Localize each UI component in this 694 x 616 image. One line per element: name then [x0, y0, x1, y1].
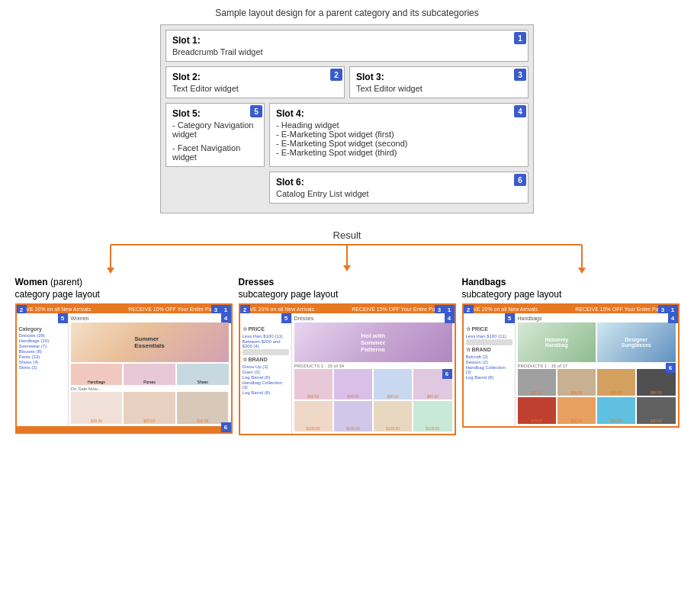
diagram-section: Sample layout design for a parent catego… — [0, 0, 694, 217]
women-products-grid: $28.00 $65.00 $32.00 — [71, 392, 229, 424]
slot2-title: Slot 2: — [172, 72, 338, 82]
slot3-title: Slot 3: — [356, 72, 522, 82]
dresses-brand-5: Log Barrel (8) — [243, 390, 289, 395]
women-page-title: Women (parent) category page layout — [15, 277, 100, 300]
slot5-content: Category Navigation widget Facet Navigat… — [172, 120, 258, 162]
dresses-brand-2: Glam (2) — [243, 370, 289, 374]
dresses-price-slider — [243, 349, 289, 355]
dresses-badge-6: 6 — [442, 369, 452, 379]
pages-row: Women (parent) category page layout SAVE… — [0, 277, 694, 435]
dresses-brand-4: Handbag Collection (3) — [243, 380, 289, 390]
arrows-diagram — [0, 241, 694, 275]
handbags-subtitle: subcategory page layout — [462, 289, 562, 300]
handbags-product-3: $96.00 — [597, 369, 635, 396]
handbags-product-5: $75.00 — [518, 397, 556, 424]
handbags-filter-price: ☆ PRICE — [466, 326, 512, 332]
women-sidebar-cat-6: Shoes (4) — [19, 360, 66, 364]
dresses-badge-4: 4 — [445, 313, 455, 323]
handbags-product-4: $96.00 — [637, 369, 675, 396]
handbags-filter-brand: ☆ BRAND — [466, 347, 512, 353]
dresses-product-1: $68.00 — [294, 369, 333, 399]
handbags-products-label: PRODUCTS 1 - 15 of 17 6 — [518, 364, 676, 368]
slot5-badge: 5 — [250, 105, 262, 117]
svg-marker-4 — [343, 265, 351, 271]
women-title-normal: (parent) — [48, 277, 82, 287]
women-sidebar-cat-label: Category — [19, 326, 66, 332]
women-products-label: On Sale Now... — [71, 387, 229, 391]
dresses-brand-1: Dress Up (3) — [243, 364, 289, 369]
slot4-content: Heading widget E-Marketing Spot widget (… — [276, 120, 522, 157]
dresses-product-2: $90.00 — [334, 369, 372, 399]
svg-marker-7 — [578, 268, 586, 274]
women-subcats: Handbags Purses Shoes — [71, 364, 229, 385]
women-subtitle: category page layout — [15, 289, 100, 300]
slot1-content: Breadcrumb Trail widget — [172, 47, 522, 56]
slot4-item-2: E-Marketing Spot widget (first) — [276, 130, 522, 139]
handbags-badge-4: 4 — [668, 313, 678, 323]
handbags-price-1: Less than $100 (11) — [466, 334, 512, 338]
women-badge-5: 5 — [58, 313, 68, 323]
svg-marker-2 — [107, 268, 114, 274]
dresses-product-5: $100.00 — [294, 401, 333, 432]
dresses-header-save: SAVE 20% on all New Arrivals — [243, 306, 315, 312]
slot2-3-row: 2 Slot 2: Text Editor widget 3 Slot 3: T… — [165, 66, 529, 98]
handbags-main: 4 Handbags HeavenlyHandbag DesignerSungl… — [516, 313, 678, 426]
handbags-brand-2: Season (2) — [466, 360, 512, 364]
handbags-badge-5: 5 — [505, 313, 515, 323]
slot6-title: Slot 6: — [276, 177, 522, 188]
slot4-badge: 4 — [514, 105, 526, 117]
dresses-sidebar: 5 ☆ PRICE Less than $100 (11) Between $2… — [240, 313, 292, 434]
dresses-main: 4 Dresses Hot withSummerPatterns PRODUCT… — [292, 313, 455, 434]
women-title-bold: Women — [15, 277, 48, 287]
women-product-3: $32.00 — [177, 392, 229, 424]
layout-box: 1 Slot 1: Breadcrumb Trail widget 2 Slot… — [160, 24, 534, 213]
women-body: 5 Category Dresses (28) Handbags (10) Sw… — [17, 313, 231, 426]
slot5-item-2: Facet Navigation widget — [172, 143, 258, 162]
women-preview: SAVE 20% on all New Arrivals RECEIVE 15%… — [15, 303, 233, 434]
women-product-1: $28.00 — [71, 392, 123, 424]
slot4-item-4: E-Marketing Spot widget (third) — [276, 148, 522, 157]
slot3-cell: 3 Slot 3: Text Editor widget — [349, 66, 529, 98]
handbags-product-8: $90.00 — [637, 397, 675, 424]
result-label: Result — [333, 229, 361, 241]
handbags-sidebar: 5 ☆ PRICE Less than $100 (11) ☆ BRAND Be… — [464, 313, 516, 426]
handbags-brand-1: Belcraft (2) — [466, 355, 512, 359]
dresses-brand-3: Log Barrel (8) — [243, 375, 289, 380]
handbags-product-1: $96.00 — [518, 369, 556, 396]
women-sidebar: 5 Category Dresses (28) Handbags (10) Sw… — [17, 313, 69, 426]
women-header: SAVE 20% on all New Arrivals RECEIVE 15%… — [17, 305, 231, 313]
women-sidebar-cat-2: Handbags (10) — [19, 338, 66, 343]
slot6-row: 6 Slot 6: Catalog Entry List widget — [269, 172, 529, 204]
dresses-preview: SAVE 20% on all New Arrivals RECEIVE 15%… — [239, 303, 456, 435]
handbags-product-2: $96.00 — [557, 369, 596, 396]
diagram-title: Sample layout design for a parent catego… — [215, 8, 479, 18]
women-subcat-shoes: Shoes — [177, 364, 229, 385]
women-footer: 6 — [17, 426, 231, 432]
slot3-content: Text Editor widget — [356, 84, 522, 93]
slot3-badge: 3 — [514, 69, 526, 81]
dresses-badge-5: 5 — [281, 313, 291, 323]
handbags-title-bold: Handbags — [462, 277, 506, 287]
women-header-save: SAVE 20% on all New Arrivals — [20, 306, 92, 312]
dresses-product-3: $90.00 — [374, 369, 412, 399]
women-sidebar-cat-1: Dresses (28) — [19, 333, 66, 338]
slot2-badge: 2 — [330, 69, 342, 81]
slot2-content: Text Editor widget — [172, 84, 338, 93]
women-subcat-purses: Purses — [124, 364, 175, 385]
handbags-page-title: Handbags subcategory page layout — [462, 277, 562, 300]
women-badge-6: 6 — [221, 422, 231, 432]
slot6-content: Catalog Entry List widget — [276, 189, 522, 198]
dresses-title-bold: Dresses — [239, 277, 275, 287]
women-page-layout: Women (parent) category page layout SAVE… — [15, 277, 233, 434]
dresses-product-7: $100.00 — [374, 401, 412, 432]
handbags-product-7: $90.00 — [597, 397, 635, 424]
slot6-badge: 6 — [514, 174, 526, 186]
dresses-hero: Hot withSummerPatterns — [294, 322, 452, 362]
dresses-body: 5 ☆ PRICE Less than $100 (11) Between $2… — [240, 313, 455, 434]
women-sidebar-cat-7: Skirts (2) — [19, 365, 66, 370]
dresses-product-6: $100.00 — [334, 401, 372, 432]
dresses-price-1: Less than $100 (11) — [243, 334, 289, 338]
handbags-body: 5 ☆ PRICE Less than $100 (11) ☆ BRAND Be… — [464, 313, 678, 426]
handbags-badge-6: 6 — [666, 363, 676, 373]
handbags-brand-3: Handbag Collection (3) — [466, 365, 512, 374]
